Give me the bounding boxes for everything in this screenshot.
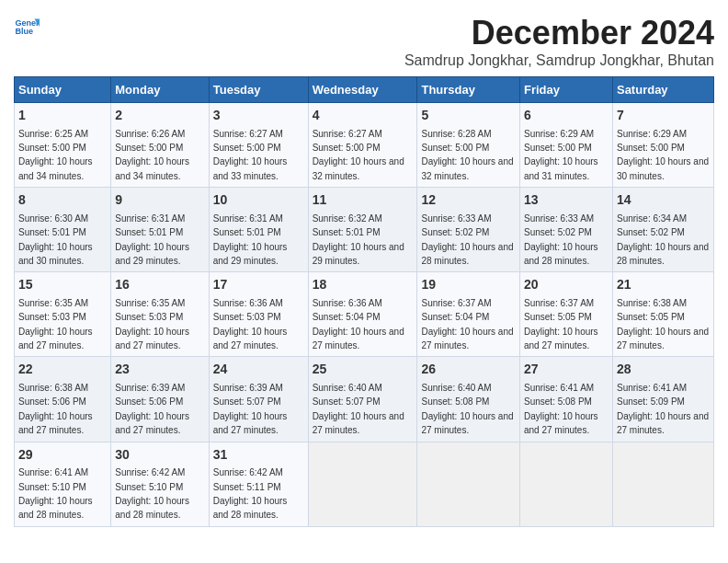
- daylight-info: Daylight: 10 hours and 27 minutes.: [524, 327, 598, 350]
- day-number: 5: [421, 107, 516, 125]
- calendar-cell: 16Sunrise: 6:35 AMSunset: 5:03 PMDayligh…: [111, 272, 209, 357]
- day-number: 8: [18, 191, 107, 210]
- sunset-info: Sunset: 5:02 PM: [617, 227, 685, 237]
- logo: General Blue: [14, 14, 43, 40]
- sunrise-info: Sunrise: 6:36 AM: [313, 298, 382, 308]
- calendar-cell: 18Sunrise: 6:36 AMSunset: 5:04 PMDayligh…: [308, 272, 417, 357]
- sunrise-info: Sunrise: 6:31 AM: [115, 213, 185, 224]
- calendar-week-row: 22Sunrise: 6:38 AMSunset: 5:06 PMDayligh…: [15, 357, 714, 442]
- sunrise-info: Sunrise: 6:36 AM: [213, 298, 283, 308]
- calendar-cell: 3Sunrise: 6:27 AMSunset: 5:00 PMDaylight…: [209, 103, 308, 188]
- day-number: 1: [18, 107, 107, 125]
- day-number: 3: [213, 107, 304, 125]
- sunrise-info: Sunrise: 6:33 AM: [524, 213, 594, 224]
- calendar-cell: 28Sunrise: 6:41 AMSunset: 5:09 PMDayligh…: [612, 357, 713, 442]
- day-number: 25: [313, 361, 414, 379]
- sunrise-info: Sunrise: 6:41 AM: [524, 383, 594, 393]
- sunset-info: Sunset: 5:09 PM: [617, 396, 685, 407]
- sunrise-info: Sunrise: 6:40 AM: [313, 383, 382, 393]
- calendar-week-row: 1Sunrise: 6:25 AMSunset: 5:00 PMDaylight…: [15, 103, 714, 188]
- daylight-info: Daylight: 10 hours and 27 minutes.: [213, 411, 288, 435]
- header-right: December 2024 Samdrup Jongkhar, Samdrup …: [404, 14, 714, 69]
- sunset-info: Sunset: 5:06 PM: [115, 396, 183, 407]
- daylight-info: Daylight: 10 hours and 29 minutes.: [213, 242, 288, 266]
- day-number: 10: [213, 191, 304, 210]
- daylight-info: Daylight: 10 hours and 27 minutes.: [313, 327, 404, 350]
- daylight-info: Daylight: 10 hours and 31 minutes.: [524, 156, 598, 180]
- calendar-cell: 21Sunrise: 6:38 AMSunset: 5:05 PMDayligh…: [612, 272, 713, 357]
- calendar-cell: 25Sunrise: 6:40 AMSunset: 5:07 PMDayligh…: [308, 357, 417, 442]
- day-number: 18: [313, 276, 414, 294]
- calendar-cell: 29Sunrise: 6:41 AMSunset: 5:10 PMDayligh…: [15, 442, 111, 526]
- day-number: 30: [115, 446, 204, 465]
- col-header-thursday: Thursday: [417, 77, 520, 103]
- daylight-info: Daylight: 10 hours and 30 minutes.: [617, 156, 709, 180]
- daylight-info: Daylight: 10 hours and 27 minutes.: [18, 411, 93, 435]
- sunset-info: Sunset: 5:00 PM: [18, 143, 86, 153]
- sunset-info: Sunset: 5:00 PM: [524, 143, 592, 153]
- sunset-info: Sunset: 5:01 PM: [18, 227, 86, 237]
- daylight-info: Daylight: 10 hours and 27 minutes.: [313, 411, 404, 435]
- calendar-week-row: 29Sunrise: 6:41 AMSunset: 5:10 PMDayligh…: [15, 442, 714, 526]
- calendar-cell: 4Sunrise: 6:27 AMSunset: 5:00 PMDaylight…: [308, 103, 417, 188]
- day-number: 29: [18, 446, 107, 465]
- sunset-info: Sunset: 5:07 PM: [313, 396, 381, 407]
- calendar-cell: 2Sunrise: 6:26 AMSunset: 5:00 PMDaylight…: [111, 103, 209, 188]
- calendar-cell: 10Sunrise: 6:31 AMSunset: 5:01 PMDayligh…: [209, 188, 308, 272]
- col-header-friday: Friday: [520, 77, 613, 103]
- sunset-info: Sunset: 5:06 PM: [18, 396, 86, 407]
- sunrise-info: Sunrise: 6:31 AM: [213, 213, 283, 224]
- svg-text:Blue: Blue: [15, 27, 33, 36]
- daylight-info: Daylight: 10 hours and 33 minutes.: [213, 156, 288, 180]
- sunrise-info: Sunrise: 6:29 AM: [524, 129, 594, 139]
- sunrise-info: Sunrise: 6:27 AM: [213, 129, 283, 139]
- top-section: General Blue December 2024 Samdrup Jongk…: [14, 14, 714, 69]
- calendar-cell: 8Sunrise: 6:30 AMSunset: 5:01 PMDaylight…: [15, 188, 111, 272]
- calendar-cell: 31Sunrise: 6:42 AMSunset: 5:11 PMDayligh…: [209, 442, 308, 526]
- day-number: 13: [524, 191, 609, 210]
- day-number: 16: [115, 276, 204, 294]
- calendar-week-row: 8Sunrise: 6:30 AMSunset: 5:01 PMDaylight…: [15, 188, 714, 272]
- calendar-cell: 12Sunrise: 6:33 AMSunset: 5:02 PMDayligh…: [417, 188, 520, 272]
- daylight-info: Daylight: 10 hours and 28 minutes.: [617, 242, 709, 266]
- daylight-info: Daylight: 10 hours and 27 minutes.: [115, 327, 189, 350]
- sunrise-info: Sunrise: 6:32 AM: [313, 213, 382, 224]
- sunset-info: Sunset: 5:02 PM: [421, 227, 489, 237]
- sunrise-info: Sunrise: 6:25 AM: [18, 129, 88, 139]
- sunset-info: Sunset: 5:00 PM: [617, 143, 685, 153]
- sunset-info: Sunset: 5:11 PM: [213, 482, 281, 492]
- sunrise-info: Sunrise: 6:35 AM: [115, 298, 185, 308]
- sunrise-info: Sunrise: 6:38 AM: [18, 383, 88, 393]
- calendar-cell: 26Sunrise: 6:40 AMSunset: 5:08 PMDayligh…: [417, 357, 520, 442]
- sunrise-info: Sunrise: 6:34 AM: [617, 213, 687, 224]
- sunset-info: Sunset: 5:01 PM: [115, 227, 183, 237]
- sunset-info: Sunset: 5:10 PM: [115, 482, 183, 492]
- daylight-info: Daylight: 10 hours and 27 minutes.: [421, 327, 513, 350]
- sunset-info: Sunset: 5:03 PM: [115, 312, 183, 322]
- sunset-info: Sunset: 5:03 PM: [213, 312, 281, 322]
- daylight-info: Daylight: 10 hours and 27 minutes.: [617, 411, 709, 435]
- sunset-info: Sunset: 5:01 PM: [213, 227, 281, 237]
- calendar-cell: 24Sunrise: 6:39 AMSunset: 5:07 PMDayligh…: [209, 357, 308, 442]
- daylight-info: Daylight: 10 hours and 27 minutes.: [617, 327, 709, 350]
- sunset-info: Sunset: 5:08 PM: [421, 396, 489, 407]
- col-header-tuesday: Tuesday: [209, 77, 308, 103]
- daylight-info: Daylight: 10 hours and 28 minutes.: [524, 242, 598, 266]
- daylight-info: Daylight: 10 hours and 29 minutes.: [313, 242, 404, 266]
- day-number: 24: [213, 361, 304, 379]
- calendar-cell: [612, 442, 713, 526]
- sunrise-info: Sunrise: 6:26 AM: [115, 129, 185, 139]
- calendar-cell: 1Sunrise: 6:25 AMSunset: 5:00 PMDaylight…: [15, 103, 111, 188]
- daylight-info: Daylight: 10 hours and 27 minutes.: [115, 411, 189, 435]
- day-number: 28: [617, 361, 710, 379]
- daylight-info: Daylight: 10 hours and 27 minutes.: [18, 327, 93, 350]
- day-number: 2: [115, 107, 204, 125]
- sunrise-info: Sunrise: 6:41 AM: [617, 383, 687, 393]
- calendar-cell: 11Sunrise: 6:32 AMSunset: 5:01 PMDayligh…: [308, 188, 417, 272]
- daylight-info: Daylight: 10 hours and 32 minutes.: [313, 156, 404, 180]
- col-header-saturday: Saturday: [612, 77, 713, 103]
- calendar-cell: 15Sunrise: 6:35 AMSunset: 5:03 PMDayligh…: [15, 272, 111, 357]
- day-number: 26: [421, 361, 516, 379]
- sunset-info: Sunset: 5:00 PM: [313, 143, 381, 153]
- sunset-info: Sunset: 5:07 PM: [213, 396, 281, 407]
